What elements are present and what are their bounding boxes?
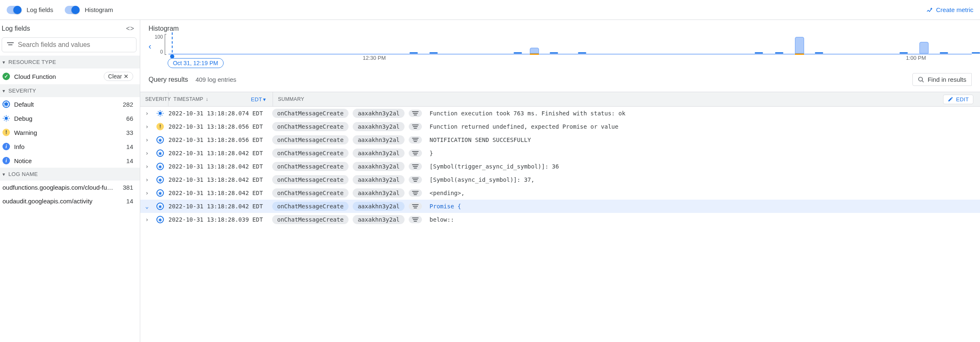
- severity-filter-notice[interactable]: iNotice14: [0, 154, 140, 168]
- log-message: NOTIFICATION SEND SUCCESFULLY: [429, 137, 531, 143]
- log-execution-id-chip[interactable]: aaxakhn3y2al: [353, 162, 405, 171]
- histogram-chart[interactable]: Oct 31, 12:19 PM: [168, 34, 972, 55]
- search-fields-input-wrapper[interactable]: [2, 37, 137, 52]
- results-count: 409 log entries: [195, 76, 236, 83]
- severity-filter-default[interactable]: ✱Default282: [0, 97, 140, 111]
- histogram-bar[interactable]: [900, 52, 908, 54]
- col-severity[interactable]: SEVERITY: [140, 92, 168, 106]
- expand-row-button[interactable]: ›: [145, 123, 152, 130]
- expand-row-button[interactable]: ›: [145, 137, 152, 143]
- log-timestamp: 2022-10-31 13:18:28.042 EDT: [168, 203, 268, 210]
- histogram-bar[interactable]: [972, 52, 980, 54]
- histogram-toggle-label: Histogram: [85, 6, 113, 13]
- log-execution-id-chip[interactable]: aaxakhn3y2al: [353, 175, 405, 184]
- log-execution-id-chip[interactable]: aaxakhn3y2al: [353, 149, 405, 158]
- histogram-back-button[interactable]: ‹: [149, 34, 151, 51]
- log-function-chip[interactable]: onChatMessageCreate: [272, 149, 349, 158]
- log-execution-id-chip[interactable]: aaxakhn3y2al: [353, 122, 405, 131]
- severity-default-icon: ✱: [156, 189, 164, 197]
- log-execution-id-chip[interactable]: aaxakhn3y2al: [353, 109, 405, 118]
- log-execution-id-chip[interactable]: aaxakhn3y2al: [353, 202, 405, 211]
- expand-row-button[interactable]: ›: [145, 163, 152, 170]
- histogram-time-marker[interactable]: [172, 32, 173, 57]
- log-row[interactable]: ›✱2022-10-31 13:18:28.042 EDTonChatMessa…: [140, 160, 980, 173]
- log-function-chip[interactable]: onChatMessageCreate: [272, 202, 349, 211]
- histogram-bar[interactable]: [775, 52, 783, 54]
- log-options-button[interactable]: [409, 149, 422, 157]
- create-metric-button[interactable]: Create metric: [926, 6, 973, 14]
- log-timestamp: 2022-10-31 13:18:28.042 EDT: [168, 150, 268, 156]
- timezone-selector[interactable]: EDT ▾: [249, 95, 268, 103]
- section-severity[interactable]: ▾ SEVERITY: [0, 84, 140, 97]
- clear-filter-button[interactable]: Clear ✕: [104, 72, 133, 81]
- log-function-chip[interactable]: onChatMessageCreate: [272, 122, 349, 131]
- log-row[interactable]: ›✱2022-10-31 13:18:28.056 EDTonChatMessa…: [140, 133, 980, 147]
- section-resource-type[interactable]: ▾ RESOURCE TYPE: [0, 56, 140, 68]
- histogram-bar[interactable]: [919, 42, 929, 54]
- histogram-toggle[interactable]: [65, 6, 80, 14]
- filter-icon: [7, 42, 14, 47]
- col-timestamp[interactable]: TIMESTAMP ↓ EDT ▾: [168, 92, 273, 106]
- log-row[interactable]: ⌄✱2022-10-31 13:18:28.042 EDTonChatMessa…: [140, 200, 980, 213]
- log-execution-id-chip[interactable]: aaxakhn3y2al: [353, 135, 405, 144]
- expand-row-button[interactable]: ›: [145, 176, 152, 183]
- log-function-chip[interactable]: onChatMessageCreate: [272, 162, 349, 171]
- log-options-button[interactable]: [409, 189, 422, 197]
- log-options-button[interactable]: [409, 123, 422, 130]
- histogram-title: Histogram: [149, 25, 972, 32]
- resource-cloud-function[interactable]: ✓ Cloud Function Clear ✕: [0, 68, 140, 84]
- severity-filter-info[interactable]: iInfo14: [0, 139, 140, 154]
- find-in-results-button[interactable]: Find in results: [912, 73, 972, 86]
- log-fields-toggle[interactable]: [7, 6, 22, 14]
- histogram-bar[interactable]: [410, 52, 418, 54]
- top-toolbar: Log fields Histogram Create metric: [0, 0, 980, 20]
- log-function-chip[interactable]: onChatMessageCreate: [272, 135, 349, 144]
- histogram-bar[interactable]: [755, 52, 763, 54]
- log-name-filter[interactable]: oudfunctions.googleapis.com/cloud-fu…381: [0, 181, 140, 194]
- histogram-bar[interactable]: [795, 37, 804, 54]
- log-function-chip[interactable]: onChatMessageCreate: [272, 215, 349, 224]
- search-fields-input[interactable]: [18, 41, 131, 49]
- histogram-bar[interactable]: [815, 52, 823, 54]
- log-row[interactable]: ›2022-10-31 13:18:28.074 EDTonChatMessag…: [140, 107, 980, 120]
- histogram-bar[interactable]: [514, 52, 522, 54]
- expand-row-button[interactable]: ›: [145, 110, 152, 117]
- log-options-button[interactable]: [409, 110, 422, 117]
- log-execution-id-chip[interactable]: aaxakhn3y2al: [353, 188, 405, 198]
- log-row[interactable]: ›✱2022-10-31 13:18:28.039 EDTonChatMessa…: [140, 213, 980, 226]
- log-row[interactable]: ›!2022-10-31 13:18:28.056 EDTonChatMessa…: [140, 120, 980, 133]
- log-function-chip[interactable]: onChatMessageCreate: [272, 175, 349, 184]
- histogram-bar[interactable]: [530, 48, 539, 54]
- log-row[interactable]: ›✱2022-10-31 13:18:28.042 EDTonChatMessa…: [140, 147, 980, 160]
- histogram-bar[interactable]: [940, 52, 948, 54]
- severity-filter-debug[interactable]: Debug66: [0, 111, 140, 125]
- log-name-filter[interactable]: oudaudit.googleapis.com/activity14: [0, 194, 140, 208]
- log-options-button[interactable]: [409, 176, 422, 183]
- log-row[interactable]: ›✱2022-10-31 13:18:28.042 EDTonChatMessa…: [140, 173, 980, 186]
- expand-row-button[interactable]: ›: [145, 150, 152, 156]
- log-function-chip[interactable]: onChatMessageCreate: [272, 188, 349, 198]
- log-options-button[interactable]: [409, 216, 422, 223]
- severity-label: Notice: [14, 157, 32, 164]
- log-name-count: 14: [126, 198, 133, 205]
- severity-filter-warning[interactable]: !Warning33: [0, 125, 140, 139]
- histogram-bar[interactable]: [578, 52, 586, 54]
- expand-row-button[interactable]: ›: [145, 190, 152, 196]
- section-log-name[interactable]: ▾ LOG NAME: [0, 168, 140, 181]
- histogram-bar[interactable]: [550, 52, 558, 54]
- log-options-button[interactable]: [409, 163, 422, 170]
- histogram-x-axis: 12:30 PM 1:00 PM: [175, 55, 972, 67]
- severity-warning-icon: !: [156, 123, 164, 130]
- create-metric-icon: [926, 6, 934, 14]
- log-execution-id-chip[interactable]: aaxakhn3y2al: [353, 215, 405, 224]
- expand-row-button[interactable]: ›: [145, 216, 152, 223]
- log-options-button[interactable]: [409, 136, 422, 144]
- log-function-chip[interactable]: onChatMessageCreate: [272, 109, 349, 118]
- log-row[interactable]: ›✱2022-10-31 13:18:28.042 EDTonChatMessa…: [140, 186, 980, 200]
- sidebar-collapse-button[interactable]: < >: [126, 25, 133, 32]
- severity-info-icon: i: [2, 143, 10, 150]
- log-options-button[interactable]: [409, 203, 422, 210]
- edit-summary-button[interactable]: EDIT: [943, 95, 973, 104]
- expand-row-button[interactable]: ⌄: [145, 203, 152, 210]
- histogram-bar[interactable]: [429, 52, 438, 54]
